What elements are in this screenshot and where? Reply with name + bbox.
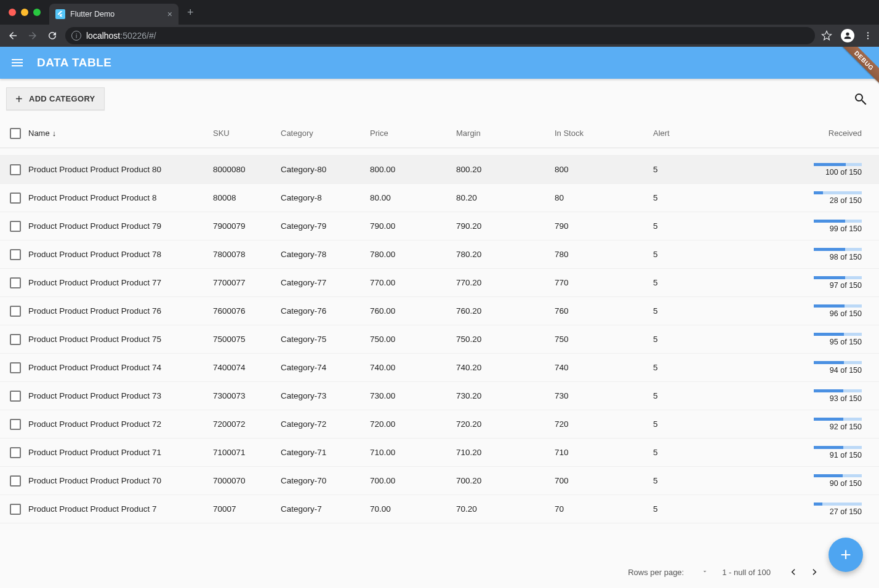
row-checkbox[interactable]	[10, 419, 21, 430]
cell-name: Product Product Product Product 72	[25, 419, 209, 429]
previous-page-button[interactable]	[784, 563, 801, 581]
table-row[interactable]: Product Product Product Product 880008Ca…	[0, 184, 879, 212]
cell-in-stock: 760	[551, 306, 649, 316]
row-checkbox[interactable]	[10, 193, 21, 204]
table-row[interactable]: Product Product Product Product 76760007…	[0, 297, 879, 325]
column-header-name[interactable]: Name ↓	[25, 129, 209, 138]
data-table: Name ↓ SKU Category Price Margin In Stoc…	[0, 119, 879, 587]
cell-category: Category-74	[277, 363, 366, 372]
table-row[interactable]: Product Product Product Product 770007Ca…	[0, 495, 879, 523]
window-close-button[interactable]	[9, 9, 16, 16]
row-checkbox[interactable]	[10, 362, 21, 373]
column-header-sku[interactable]: SKU	[209, 129, 277, 138]
window-minimize-button[interactable]	[21, 9, 28, 16]
cell-category: Category-7	[277, 504, 366, 514]
row-checkbox[interactable]	[10, 447, 21, 458]
table-row[interactable]: Product Product Product Product 77770007…	[0, 269, 879, 297]
window-maximize-button[interactable]	[33, 9, 41, 16]
cell-in-stock: 710	[551, 448, 649, 457]
column-header-category[interactable]: Category	[277, 129, 366, 138]
cell-margin: 80.20	[452, 193, 551, 202]
column-header-alert[interactable]: Alert	[649, 129, 723, 138]
search-icon[interactable]	[853, 92, 868, 106]
table-row[interactable]: Product Product Product Product 71710007…	[0, 439, 879, 467]
reload-button[interactable]	[46, 29, 59, 42]
add-category-button[interactable]: + ADD CATEGORY	[6, 87, 105, 110]
table-row[interactable]: Product Product Product Product 81810008…	[0, 148, 879, 156]
cell-in-stock: 750	[551, 335, 649, 344]
row-checkbox[interactable]	[10, 277, 21, 288]
browser-chrome: Flutter Demo × + i localhost:50226/#/	[0, 0, 879, 47]
cell-name: Product Product Product Product 70	[25, 476, 209, 485]
row-checkbox[interactable]	[10, 221, 21, 232]
rows-per-page-dropdown[interactable]	[701, 568, 708, 577]
bookmark-star-icon[interactable]	[821, 30, 832, 41]
cell-sku: 7400074	[209, 363, 277, 372]
progress-bar	[814, 418, 862, 421]
progress-bar	[814, 248, 862, 251]
row-checkbox[interactable]	[10, 504, 21, 515]
progress-bar	[814, 276, 862, 279]
new-tab-button[interactable]: +	[183, 6, 198, 19]
cell-received: 92 of 150	[723, 418, 865, 431]
cell-category: Category-75	[277, 335, 366, 344]
table-row[interactable]: Product Product Product Product 80800008…	[0, 156, 879, 184]
cell-price: 760.00	[366, 306, 452, 316]
cell-category: Category-80	[277, 165, 366, 174]
cell-name: Product Product Product Product 77	[25, 278, 209, 287]
cell-alert: 5	[649, 504, 723, 514]
cell-sku: 7800078	[209, 250, 277, 259]
table-row[interactable]: Product Product Product Product 75750007…	[0, 325, 879, 354]
cell-price: 700.00	[366, 476, 452, 485]
fab-add-button[interactable]: +	[829, 538, 863, 572]
received-text: 96 of 150	[830, 309, 862, 318]
row-checkbox[interactable]	[10, 164, 21, 175]
row-checkbox[interactable]	[10, 306, 21, 317]
row-checkbox[interactable]	[10, 475, 21, 487]
back-button[interactable]	[6, 29, 20, 42]
select-all-checkbox[interactable]	[10, 128, 21, 139]
browser-menu-icon[interactable]	[863, 31, 873, 41]
cell-sku: 7900079	[209, 221, 277, 231]
cell-category: Category-78	[277, 250, 366, 259]
cell-alert: 5	[649, 448, 723, 457]
profile-avatar-icon[interactable]	[841, 29, 854, 42]
table-row[interactable]: Product Product Product Product 73730007…	[0, 382, 879, 410]
cell-name: Product Product Product Product 8	[25, 193, 209, 202]
cell-name: Product Product Product Product 76	[25, 306, 209, 316]
cell-price: 800.00	[366, 165, 452, 174]
table-row[interactable]: Product Product Product Product 74740007…	[0, 354, 879, 382]
menu-hamburger-icon[interactable]	[10, 55, 25, 70]
cell-name: Product Product Product Product 71	[25, 448, 209, 457]
column-header-in-stock[interactable]: In Stock	[551, 129, 649, 138]
browser-tab[interactable]: Flutter Demo ×	[49, 4, 179, 25]
table-row[interactable]: Product Product Product Product 78780007…	[0, 240, 879, 269]
table-row[interactable]: Product Product Product Product 72720007…	[0, 410, 879, 439]
progress-bar	[814, 220, 862, 223]
tab-close-icon[interactable]: ×	[167, 9, 172, 19]
cell-alert: 5	[649, 419, 723, 429]
cell-margin: 730.20	[452, 391, 551, 400]
cell-margin: 750.20	[452, 335, 551, 344]
table-row[interactable]: Product Product Product Product 70700007…	[0, 467, 879, 495]
cell-margin: 800.20	[452, 165, 551, 174]
table-body[interactable]: Product Product Product Product 81810008…	[0, 148, 879, 587]
row-checkbox[interactable]	[10, 249, 21, 260]
row-checkbox[interactable]	[10, 334, 21, 345]
column-header-margin[interactable]: Margin	[452, 129, 551, 138]
forward-button[interactable]	[26, 29, 39, 42]
cell-category: Category-73	[277, 391, 366, 400]
address-bar[interactable]: i localhost:50226/#/	[65, 27, 815, 44]
cell-margin: 780.20	[452, 250, 551, 259]
tab-strip: Flutter Demo × +	[0, 0, 879, 25]
cell-in-stock: 790	[551, 221, 649, 231]
column-header-received[interactable]: Received	[723, 129, 865, 138]
table-header: Name ↓ SKU Category Price Margin In Stoc…	[0, 119, 879, 148]
row-checkbox[interactable]	[10, 391, 21, 402]
column-header-price[interactable]: Price	[366, 129, 452, 138]
site-info-icon[interactable]: i	[71, 31, 81, 41]
next-page-button[interactable]	[806, 563, 824, 581]
cell-alert: 5	[649, 306, 723, 316]
table-row[interactable]: Product Product Product Product 79790007…	[0, 212, 879, 240]
browser-toolbar: i localhost:50226/#/	[0, 25, 879, 47]
